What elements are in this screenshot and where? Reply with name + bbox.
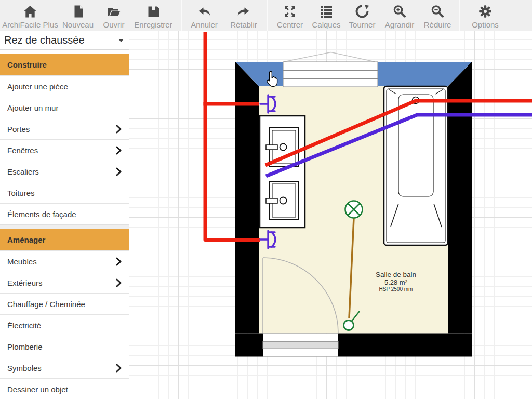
toolbar-button-enregistrer[interactable]: Enregistrer: [131, 0, 176, 31]
chevron-right-icon: [116, 125, 122, 134]
toolbar-label: Rétablir: [230, 20, 257, 29]
toolbar-button-reduire[interactable]: Réduire: [419, 0, 456, 31]
sidebar-item-plomberie[interactable]: Plomberie: [0, 336, 129, 357]
toolbar-button-agrandir[interactable]: Agrandir: [380, 0, 419, 31]
sidebar-section-gap: [0, 224, 129, 229]
sidebar: Rez de chaussée Construire Ajouter une p…: [0, 31, 129, 399]
toolbar-button-ouvrir[interactable]: Ouvrir: [97, 0, 131, 31]
chevron-right-icon: [116, 146, 122, 155]
room-ceiling-height: HSP 2500 mm: [379, 286, 413, 292]
sidebar-item-symboles[interactable]: Symboles: [0, 357, 129, 378]
toolbar-button-annuler[interactable]: Annuler: [185, 0, 223, 31]
toolbar-label: Centrer: [277, 20, 303, 29]
sidebar-header-amenager[interactable]: Aménager: [0, 229, 129, 250]
toolbar-button-archifacile-plus[interactable]: ArchiFacile Plus: [1, 0, 59, 31]
room-name: Salle de bain: [376, 271, 416, 278]
toolbar-label: Calques: [312, 20, 340, 29]
zoom-in-icon: [392, 4, 407, 19]
save-icon: [146, 4, 161, 19]
toolbar-button-retablir[interactable]: Rétablir: [223, 0, 264, 31]
new-file-icon: [71, 4, 85, 19]
layers-list-icon: [319, 4, 334, 19]
window[interactable]: [283, 62, 378, 87]
toolbar-label: Tourner: [349, 20, 376, 29]
floor-selector[interactable]: Rez de chaussée: [0, 31, 129, 50]
plan-canvas[interactable]: Salle de bain 5.28 m² HSP 2500 mm: [129, 31, 532, 399]
toolbar-button-tourner[interactable]: Tourner: [344, 0, 380, 31]
undo-icon: [197, 4, 211, 19]
sidebar-item-electricite[interactable]: Électricité: [0, 314, 129, 336]
toolbar-label: Réduire: [424, 20, 451, 29]
sidebar-item-portes[interactable]: Portes: [0, 118, 129, 139]
sidebar-item-ajouter-une-piece[interactable]: Ajouter une pièce: [0, 75, 129, 97]
sidebar-menu: Construire Ajouter une pièce Ajouter un …: [0, 54, 129, 399]
sidebar-item-elements-de-facade[interactable]: Élements de façade: [0, 203, 129, 224]
sidebar-item-meubles[interactable]: Meubles: [0, 250, 129, 272]
redo-icon: [236, 4, 251, 19]
toolbar-label: ArchiFacile Plus: [2, 20, 58, 29]
room-area: 5.28 m²: [384, 278, 408, 286]
rotate-icon: [355, 4, 369, 19]
toolbar-separator: [267, 0, 268, 31]
sidebar-item-escaliers[interactable]: Escaliers: [0, 161, 129, 182]
open-folder-icon: [107, 4, 121, 19]
sink-unit[interactable]: [260, 116, 305, 228]
zoom-out-icon: [430, 4, 445, 19]
toolbar-separator: [459, 0, 460, 31]
chevron-right-icon: [116, 364, 122, 373]
chevron-right-icon: [116, 257, 122, 266]
archifacile-app: ArchiFacile Plus Nouveau Ouvrir Enregist…: [0, 0, 532, 399]
toolbar-label: Options: [472, 20, 499, 29]
chevron-right-icon: [116, 167, 122, 176]
floor-selector-value: Rez de chaussée: [4, 34, 85, 46]
chevron-right-icon: [116, 278, 122, 287]
chevron-down-icon: [118, 39, 124, 42]
sidebar-item-dessiner-un-objet[interactable]: Dessiner un objet: [0, 378, 129, 399]
toolbar-label: Nouveau: [62, 20, 94, 29]
toolbar-button-centrer[interactable]: Centrer: [271, 0, 309, 31]
toolbar: ArchiFacile Plus Nouveau Ouvrir Enregist…: [0, 0, 532, 31]
floor-plan: Salle de bain 5.28 m² HSP 2500 mm: [129, 31, 532, 399]
toolbar-button-nouveau[interactable]: Nouveau: [59, 0, 97, 31]
toolbar-button-options[interactable]: Options: [463, 0, 507, 31]
sidebar-item-toitures[interactable]: Toitures: [0, 182, 129, 203]
toolbar-label: Annuler: [191, 20, 218, 29]
toolbar-label: Enregistrer: [134, 20, 172, 29]
door-threshold[interactable]: [263, 334, 338, 357]
sidebar-header-construire[interactable]: Construire: [0, 54, 129, 75]
toolbar-label: Agrandir: [385, 20, 415, 29]
gear-icon: [478, 4, 493, 19]
home-icon: [23, 4, 37, 19]
ceiling-lamp[interactable]: [345, 201, 363, 218]
sidebar-item-exterieurs[interactable]: Extérieurs: [0, 272, 129, 293]
center-arrows-icon: [283, 4, 297, 19]
roof-outline: [284, 52, 375, 62]
toolbar-separator: [181, 0, 182, 31]
sidebar-item-chauffage-cheminee[interactable]: Chauffage / Cheminée: [0, 293, 129, 314]
sidebar-item-fenetres[interactable]: Fenêtres: [0, 139, 129, 161]
toolbar-label: Ouvrir: [103, 20, 125, 29]
sidebar-item-ajouter-un-mur[interactable]: Ajouter un mur: [0, 97, 129, 118]
toolbar-button-calques[interactable]: Calques: [309, 0, 344, 31]
